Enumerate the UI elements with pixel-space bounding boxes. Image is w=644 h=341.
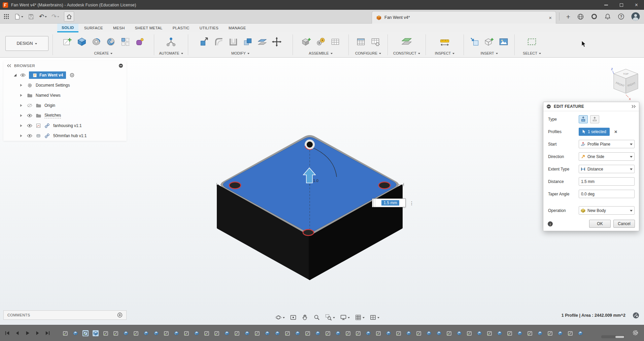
browser-root-row[interactable]: Fan Went v4 [3,70,127,80]
zoom-tool[interactable] [313,314,320,321]
dialog-header[interactable]: EDIT FEATURE [543,102,639,111]
ok-button[interactable]: OK [589,220,611,228]
close-button[interactable]: × [629,0,644,10]
file-menu-button[interactable] [14,13,23,20]
timeline-feature-sketch[interactable] [486,330,493,336]
timeline-feature-extrude[interactable] [244,330,250,336]
extent-type-dropdown[interactable]: Distance [579,165,635,173]
timeline-feature-extrude[interactable] [194,330,200,336]
timeline-scrollbar[interactable] [601,335,625,338]
expander-icon[interactable] [20,114,24,117]
activate-component-icon[interactable] [69,72,75,78]
expander-icon[interactable] [20,134,24,137]
root-component-item[interactable]: Fan Went v4 [29,71,66,79]
timeline-feature-sketch[interactable] [113,330,119,336]
3d-viewport[interactable]: 1.0 TOP FRONT RIGHT Z X BROWSER [0,58,644,325]
save-button[interactable] [28,13,34,20]
tab-mesh[interactable]: MESH [109,24,129,32]
collapse-panel-icon[interactable] [7,64,11,67]
timeline-feature-extrude[interactable] [72,330,78,336]
timeline-feature-sketch[interactable] [325,330,331,336]
screw-hole-right[interactable] [379,182,390,189]
timeline-feature-sketch[interactable] [466,330,472,336]
direction-dropdown[interactable]: One Side [579,152,635,161]
dock-dialog-icon[interactable] [631,105,636,108]
timeline-feature-extrude[interactable] [264,330,270,336]
app-grid-menu-icon[interactable] [3,13,9,20]
select-tool-button[interactable] [526,35,538,48]
browser-item-sketches[interactable]: Sketches [3,111,127,121]
timeline-feature-extrude[interactable] [537,330,543,336]
screw-hole-bottom[interactable] [303,229,314,236]
new-component-button[interactable] [301,35,312,48]
configuration-table-button[interactable] [355,35,367,48]
cancel-button[interactable]: Cancel [613,220,635,228]
visibility-off-eye-icon[interactable] [27,103,32,108]
group-label-create[interactable]: CREATE [94,50,113,57]
look-at-tool[interactable] [290,314,297,321]
dimension-input[interactable]: 1.5 mm [372,198,406,207]
screw-hole-left[interactable] [229,182,241,189]
timeline-feature-extrude[interactable] [93,330,99,336]
expander-expanded-icon[interactable] [13,73,17,77]
timeline-feature-extrude[interactable] [406,330,412,336]
tab-solid[interactable]: SOLID [57,24,78,32]
drag-grip[interactable] [372,199,375,207]
orbit-tool[interactable] [275,314,285,321]
revolve-button[interactable] [91,35,102,48]
expander-icon[interactable] [20,124,24,127]
viewports-tool[interactable] [370,314,379,321]
timeline-feature-sketch[interactable] [62,330,68,336]
add-comment-icon[interactable] [117,312,123,318]
timeline-feature-sketch[interactable] [446,330,452,336]
group-label-configure[interactable]: CONFIGURE [355,50,381,57]
group-label-modify[interactable]: MODIFY [231,50,249,57]
timeline-feature-sketch[interactable] [345,330,351,336]
browser-item-fanhousing[interactable]: fanhousing v1:1 [3,121,127,131]
tab-manage[interactable]: MANAGE [224,24,250,32]
timeline-feature-sketch[interactable] [527,330,533,336]
timeline-feature-extrude[interactable] [153,330,159,336]
expander-icon[interactable] [20,104,24,107]
zoom-window-tool[interactable] [325,314,335,321]
timeline-feature-sketch[interactable] [375,330,381,336]
timeline-feature-extrude[interactable] [436,330,442,336]
sweep-button[interactable] [105,35,116,48]
timeline-feature-sketch[interactable] [507,330,513,336]
extensions-globe-icon[interactable] [577,13,584,20]
browser-collapse-all-icon[interactable] [118,63,123,68]
timeline-feature-sketch[interactable] [416,330,422,336]
group-label-select[interactable]: SELECT [523,50,541,57]
visibility-eye-icon[interactable] [27,133,32,138]
visibility-eye-icon[interactable] [20,72,26,78]
browser-item-document-settings[interactable]: Document Settings [3,80,127,90]
timeline-scrollbar-thumb[interactable] [615,336,624,338]
offset-face-button[interactable] [257,35,268,48]
browser-item-origin[interactable]: Origin [3,100,127,111]
combine-button[interactable] [242,35,253,48]
extrude-type-thin-button[interactable] [590,115,599,123]
timeline-feature-extrude[interactable] [476,330,482,336]
distance-input[interactable] [579,177,635,186]
close-tab-icon[interactable]: × [549,15,552,20]
timeline-feature-sketch[interactable] [103,330,109,336]
measure-button[interactable] [439,35,450,48]
timeline-feature-sketch[interactable] [284,330,291,336]
timeline-feature-sketch[interactable] [396,330,402,336]
grid-snap-tool[interactable] [355,314,365,321]
tab-utilities[interactable]: UTILITIES [195,24,223,32]
press-pull-button[interactable] [199,35,210,48]
fillet-button[interactable] [213,35,225,48]
comments-bar[interactable]: COMMENTS [3,310,127,320]
timeline-feature-extrude[interactable] [123,330,129,336]
user-avatar[interactable] [631,12,640,21]
document-tab[interactable]: Fan Went v4* × [372,11,556,24]
marking-menu-icon[interactable] [633,312,639,319]
extrude-button[interactable] [76,35,88,48]
timeline-feature-extrude[interactable] [385,330,392,336]
timeline-step-forward-button[interactable] [35,331,40,336]
redo-button[interactable]: ↷ [52,13,59,20]
joint-button[interactable] [315,35,327,48]
insert-mesh-button[interactable] [483,35,495,48]
timeline-feature-sketch[interactable] [305,330,311,336]
